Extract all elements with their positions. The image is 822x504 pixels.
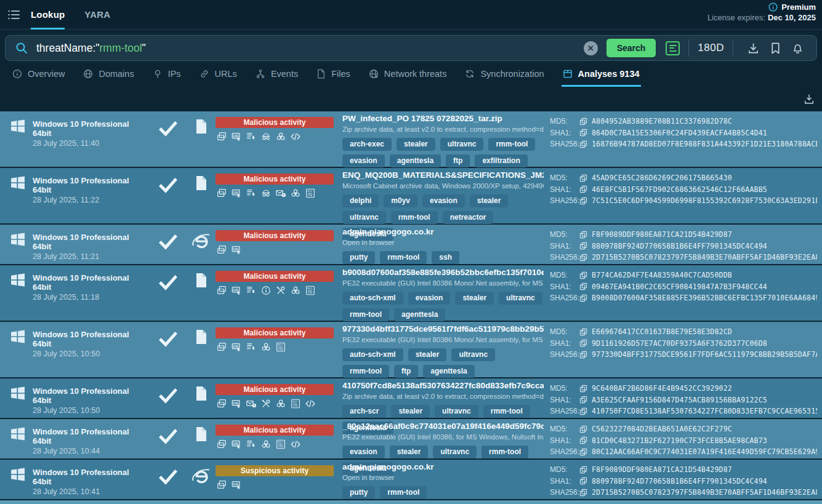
tag-pill[interactable]: ssh — [432, 251, 459, 264]
tab-lookup[interactable]: Lookup — [31, 0, 65, 30]
tag-pill[interactable]: stealer — [390, 446, 429, 458]
tag-pill[interactable]: rmm-tool — [342, 308, 389, 321]
copy-icon[interactable] — [579, 174, 592, 182]
tag-pill[interactable]: ftp — [446, 154, 470, 167]
analysis-title-link[interactable]: admin.pianogogo.co.kr — [342, 462, 544, 472]
tag-pill[interactable]: ultravnc — [435, 405, 478, 418]
tag-pill[interactable]: rmm-tool — [488, 138, 535, 151]
copy-icon[interactable] — [579, 271, 592, 279]
copy-icon[interactable] — [579, 407, 592, 415]
analysis-row[interactable]: Windows 10 Professional 64bit 28 July 20… — [0, 322, 822, 378]
tag-pill[interactable]: ultravnc — [499, 292, 542, 305]
tag-pill[interactable]: rmm-tool — [380, 251, 427, 264]
tag-pill[interactable]: putty — [342, 251, 375, 264]
tag-pill[interactable]: agenttesla — [423, 365, 474, 378]
tag-pill[interactable]: m0yv — [384, 194, 417, 207]
tag-pill[interactable]: agenttesla — [390, 154, 441, 167]
copy-icon[interactable] — [579, 477, 592, 485]
analysis-row[interactable]: Windows 10 Professional 64bit 28 July 20… — [0, 460, 822, 500]
tag-pill[interactable]: auto-sch-xml — [342, 292, 403, 305]
analysis-title-link[interactable]: admin.pianogogo.co.kr — [342, 227, 544, 237]
tag-pill[interactable]: delphi — [342, 194, 379, 207]
analysis-title-link[interactable]: PW_infected_PO 17825 07282025_tar.zip — [342, 114, 544, 124]
analysis-title-link[interactable]: ENQ_MQ200B_MATERIALS&SPECIFICATIONS_JM24… — [342, 170, 544, 180]
analysis-row[interactable]: Windows 10 Professional 64bit 28 July 20… — [0, 111, 822, 168]
search-button[interactable]: Search — [606, 39, 656, 57]
copy-icon[interactable] — [579, 118, 592, 126]
analysis-title-link[interactable]: _80c12aac66af0c9c774031e07a19f416e449d59… — [342, 422, 544, 431]
copy-icon[interactable] — [579, 339, 592, 347]
analysis-row[interactable]: Windows 10 Professional 64bit 28 July 20… — [0, 265, 822, 322]
copy-icon[interactable] — [579, 351, 592, 359]
copy-icon[interactable] — [579, 282, 592, 290]
copy-icon[interactable] — [579, 466, 592, 474]
copy-icon[interactable] — [579, 489, 592, 497]
copy-icon[interactable] — [579, 197, 592, 205]
period-selector[interactable]: 180D — [698, 42, 724, 54]
analysis-title-link[interactable]: 410750f7cd8e5138af5307634227fc80d833efb7… — [342, 381, 544, 391]
bookmark-icon[interactable] — [770, 42, 781, 54]
copy-icon[interactable] — [579, 448, 592, 456]
nav-tab-ips[interactable]: IPs — [153, 61, 181, 87]
analysis-row[interactable]: Windows 10 Professional 64bit 28 July 20… — [0, 168, 822, 225]
copy-icon[interactable] — [579, 129, 592, 137]
nav-tab-urls[interactable]: URLs — [199, 61, 237, 87]
nav-tab-overview[interactable]: Overview — [12, 61, 65, 87]
nav-tab-analyses[interactable]: Analyses 9134 — [563, 61, 640, 87]
search-input[interactable]: threatName:"rmm-tool" — [36, 42, 584, 55]
copy-icon[interactable] — [579, 294, 592, 302]
tag-pill[interactable]: evasion — [342, 446, 385, 458]
copy-icon[interactable] — [579, 425, 592, 433]
analysis-row[interactable]: Windows 10 Professional 64bit 28 July 20… — [0, 225, 822, 265]
tag-pill[interactable]: stealer — [391, 405, 430, 418]
info-icon[interactable] — [768, 2, 778, 12]
copy-icon[interactable] — [579, 231, 592, 239]
tag-pill[interactable]: rmm-tool — [482, 446, 528, 458]
nav-tab-synchronization[interactable]: Synchronization — [465, 61, 544, 87]
copy-icon[interactable] — [579, 140, 592, 148]
nav-tab-events[interactable]: Events — [256, 61, 298, 87]
tag-pill[interactable]: netreactor — [443, 211, 494, 224]
tag-pill[interactable]: arch-exec — [342, 138, 392, 151]
tag-pill[interactable]: rmm-tool — [391, 211, 438, 224]
analysis-title-link[interactable]: 977330d4bff31775dce9561f7fdf6ac511979c8b… — [342, 324, 544, 334]
tag-pill[interactable]: stealer — [408, 348, 447, 361]
tag-pill[interactable]: rmm-tool — [483, 405, 530, 418]
tag-pill[interactable]: ultravnc — [451, 348, 495, 361]
copy-icon[interactable] — [579, 436, 592, 444]
tag-pill[interactable]: arch-scr — [342, 405, 386, 418]
download-results-icon[interactable] — [804, 94, 815, 105]
copy-icon[interactable] — [579, 396, 592, 404]
query-notes-icon[interactable] — [666, 41, 680, 55]
tag-pill[interactable]: rmm-tool — [342, 365, 389, 378]
tag-pill[interactable]: exfiltration — [475, 154, 527, 167]
tab-yara[interactable]: YARA — [84, 0, 110, 30]
nav-tab-network-threats[interactable]: Network threats — [369, 61, 447, 87]
clear-search-button[interactable]: ✕ — [584, 41, 598, 55]
analysis-row[interactable]: Windows 10 Professional 64bit 28 July 20… — [0, 419, 822, 460]
analysis-row[interactable]: Windows 10 Professional 64bit 28 July 20… — [0, 378, 822, 419]
tag-pill[interactable]: stealer — [455, 292, 494, 305]
nav-tab-files[interactable]: Files — [316, 61, 350, 87]
tag-pill[interactable]: rmm-tool — [380, 486, 427, 499]
menu-list-icon[interactable] — [8, 10, 20, 20]
tag-pill[interactable]: stealer — [397, 138, 435, 151]
export-download-icon[interactable] — [747, 42, 759, 54]
tag-pill[interactable]: evasion — [408, 292, 451, 305]
copy-icon[interactable] — [579, 242, 592, 250]
copy-icon[interactable] — [579, 385, 592, 393]
tag-pill[interactable]: evasion — [422, 194, 465, 207]
tag-pill[interactable]: putty — [342, 486, 375, 499]
copy-icon[interactable] — [579, 328, 592, 336]
notifications-bell-icon[interactable] — [792, 42, 804, 54]
tag-pill[interactable]: agenttesla — [394, 308, 445, 321]
tag-pill[interactable]: ultravnc — [433, 446, 477, 458]
tag-pill[interactable]: stealer — [470, 194, 509, 207]
nav-tab-domains[interactable]: Domains — [83, 61, 134, 87]
analysis-title-link[interactable]: b9008d07600af358e885fe396b52bbc6efbc135f… — [342, 268, 544, 278]
tag-pill[interactable]: ultravnc — [342, 211, 386, 224]
tag-pill[interactable]: evasion — [342, 154, 385, 167]
copy-icon[interactable] — [579, 254, 592, 262]
tag-pill[interactable]: ftp — [394, 365, 418, 378]
tag-pill[interactable]: auto-sch-xml — [342, 348, 403, 361]
